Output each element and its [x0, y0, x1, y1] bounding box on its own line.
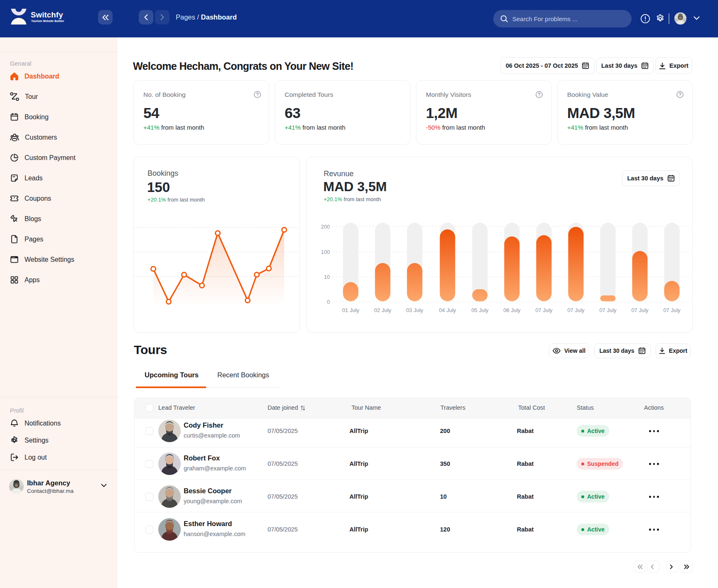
- svg-text:05 July: 05 July: [471, 307, 489, 313]
- svg-text:07 July: 07 July: [663, 307, 681, 313]
- svg-text:06 July: 06 July: [503, 307, 521, 313]
- svg-text:07 July: 07 July: [567, 307, 585, 313]
- svg-text:0: 0: [327, 299, 330, 305]
- svg-text:07 July: 07 July: [631, 307, 649, 313]
- svg-text:02 July: 02 July: [374, 307, 391, 313]
- svg-text:03 July: 03 July: [406, 307, 423, 313]
- svg-text:200: 200: [321, 224, 330, 230]
- svg-text:07 July: 07 July: [599, 307, 617, 313]
- svg-text:100: 100: [321, 249, 330, 255]
- svg-text:10: 10: [324, 274, 330, 280]
- svg-text:01 July: 01 July: [342, 307, 359, 313]
- svg-text:04 July: 04 July: [439, 307, 456, 313]
- svg-text:07 July: 07 July: [535, 307, 553, 313]
